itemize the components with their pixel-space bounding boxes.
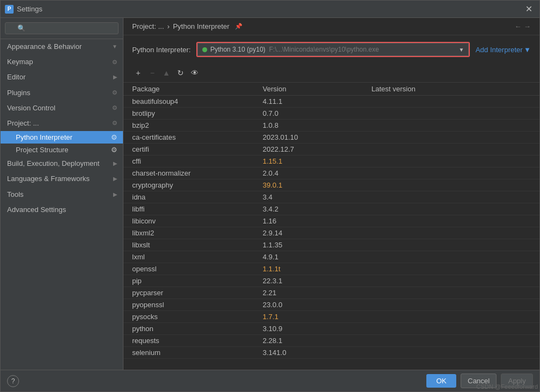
package-latest [371,121,531,129]
sidebar-item-label: Keymap [7,57,33,67]
package-latest [371,217,531,225]
ok-button[interactable]: OK [426,374,456,388]
package-version: 3.4.2 [263,205,371,213]
sidebar-item-python-interpreter[interactable]: Python Interpreter ⚙ [1,131,123,144]
package-version: 1.16 [263,217,371,225]
sidebar-item-keymap[interactable]: Keymap ⚙ [1,54,123,70]
remove-package-button[interactable]: − [146,67,158,79]
table-row[interactable]: openssl1.1.1t [123,263,539,275]
sidebar: 🔍 Appearance & Behavior ▼ Keymap ⚙ Edito… [1,18,123,370]
packages-table: Package Version Latest version beautiful… [123,83,539,370]
table-row[interactable]: charset-normalizer2.0.4 [123,167,539,179]
package-name: pip [132,277,263,285]
package-name: cryptography [132,181,263,189]
search-input[interactable] [5,22,119,34]
sidebar-item-label: Plugins [7,88,30,98]
package-name: lxml [132,253,263,261]
table-row[interactable]: cffi1.15.1 [123,155,539,167]
package-version: 3.4 [263,193,371,201]
chevron-down-icon: ▼ [112,43,117,51]
package-name: selenium [132,349,263,357]
back-arrow[interactable]: ← [514,22,522,30]
table-row[interactable]: libxml22.9.14 [123,227,539,239]
table-row[interactable]: ca-certificates2023.01.10 [123,132,539,144]
table-row[interactable]: libiconv1.16 [123,215,539,227]
package-latest [371,109,531,117]
nav-arrows: ← → [514,22,531,30]
table-row[interactable]: cryptography39.0.1 [123,179,539,191]
table-row[interactable]: brotlipy0.7.0 [123,108,539,120]
package-latest [371,241,531,249]
package-name: ca-certificates [132,133,263,141]
package-version: 2.28.1 [263,337,371,345]
sidebar-item-build[interactable]: Build, Execution, Deployment ▶ [1,156,123,171]
interpreter-section: Python Interpreter: Python 3.10 (py10) F… [123,35,539,64]
interpreter-dropdown[interactable]: Python 3.10 (py10) F:\...\Miniconda\envs… [197,43,469,56]
package-version: 1.0.8 [263,121,371,129]
chevron-right-icon: ▶ [113,175,117,183]
sidebar-item-advanced-settings[interactable]: Advanced Settings [1,202,123,217]
package-version: 2.9.14 [263,229,371,237]
table-row[interactable]: pysocks1.7.1 [123,311,539,323]
table-row[interactable]: python3.10.9 [123,323,539,335]
package-name: bzip2 [132,121,263,129]
table-row[interactable]: pycparser2.21 [123,287,539,299]
search-wrapper: 🔍 [5,22,119,34]
close-button[interactable]: ✕ [522,3,535,16]
table-row[interactable]: bzip21.0.8 [123,120,539,132]
table-row[interactable]: certifi2022.12.7 [123,144,539,155]
package-name: openssl [132,265,263,273]
sidebar-item-tools[interactable]: Tools ▶ [1,187,123,202]
sidebar-item-plugins[interactable]: Plugins ⚙ [1,85,123,101]
table-row[interactable]: libffi3.4.2 [123,203,539,215]
table-row[interactable]: pip22.3.1 [123,275,539,287]
package-latest [371,169,531,177]
sidebar-item-version-control[interactable]: Version Control ⚙ [1,101,123,116]
settings-icon: ⚙ [112,58,117,66]
add-interpreter-link[interactable]: Add Interpreter ▼ [475,46,531,54]
sidebar-item-appearance[interactable]: Appearance & Behavior ▼ [1,39,123,54]
sidebar-item-label: Appearance & Behavior [7,42,82,52]
package-latest [371,289,531,297]
main-content: 🔍 Appearance & Behavior ▼ Keymap ⚙ Edito… [1,18,539,370]
refresh-button[interactable]: ↻ [175,67,187,79]
package-name: pysocks [132,313,263,321]
title-bar: P Settings ✕ [1,1,539,18]
breadcrumb-arrow: › [167,22,170,30]
table-row[interactable]: requests2.28.1 [123,335,539,347]
eye-button[interactable]: 👁 [189,67,201,79]
sidebar-item-project-structure[interactable]: Project Structure ⚙ [1,144,123,156]
content-area: Project: ... › Python Interpreter 📌 ← → … [123,18,539,370]
table-row[interactable]: lxml4.9.1 [123,251,539,263]
sidebar-item-editor[interactable]: Editor ▶ [1,70,123,85]
help-button[interactable]: ? [7,375,19,387]
package-latest [371,229,531,237]
col-header-latest: Latest version [371,85,531,93]
package-name: libffi [132,205,263,213]
package-name: libxml2 [132,229,263,237]
table-row[interactable]: beautifulsoup44.11.1 [123,96,539,108]
add-package-button[interactable]: + [132,67,144,79]
breadcrumb-project: Project: ... [132,22,164,30]
forward-arrow[interactable]: → [524,22,531,30]
table-row[interactable]: libxslt1.1.35 [123,239,539,251]
sidebar-item-label: Version Control [7,103,55,113]
up-button[interactable]: ▲ [160,67,172,79]
sidebar-item-languages[interactable]: Languages & Frameworks ▶ [1,171,123,186]
package-name: cffi [132,157,263,165]
packages-toolbar: + − ▲ ↻ 👁 [123,64,539,83]
sidebar-item-project[interactable]: Project: ... ⚙ [1,116,123,131]
package-version: 23.0.0 [263,301,371,309]
package-version: 1.1.35 [263,241,371,249]
package-latest [371,97,531,105]
package-latest [371,133,531,141]
chevron-down-icon: ▼ [524,46,531,54]
package-name: python [132,325,263,333]
sidebar-item-label: Build, Execution, Deployment [7,159,100,169]
table-row[interactable]: pyopenssl23.0.0 [123,299,539,311]
table-row[interactable]: selenium3.141.0 [123,347,539,359]
sidebar-item-label: Python Interpreter [16,133,72,141]
table-row[interactable]: idna3.4 [123,191,539,203]
package-latest [371,325,531,333]
package-version: 22.3.1 [263,277,371,285]
